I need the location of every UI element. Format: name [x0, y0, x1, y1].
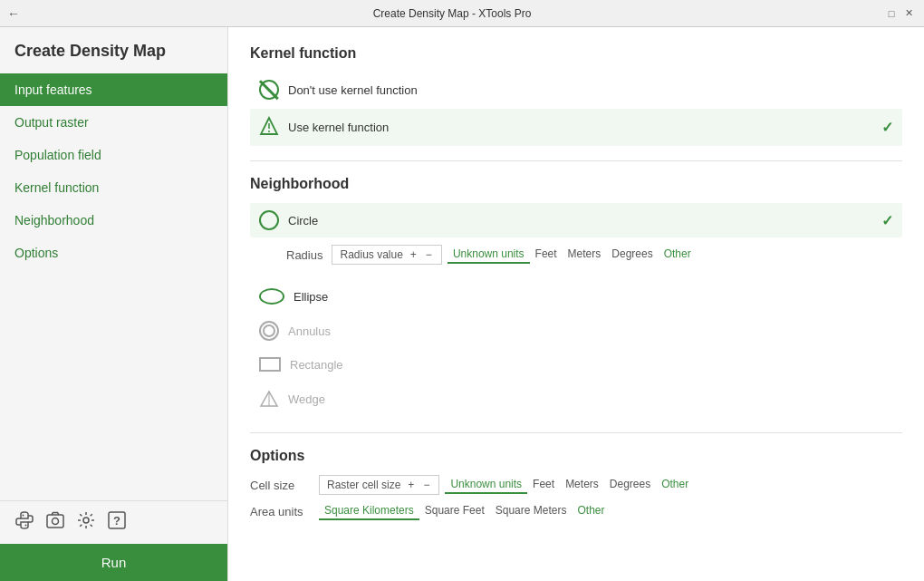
divider-2 — [250, 432, 902, 433]
neighborhood-section-title: Neighborhood — [250, 176, 902, 192]
svg-point-1 — [25, 525, 27, 527]
radius-input-text: Radius value — [340, 248, 402, 261]
titlebar: ← Create Density Map - XTools Pro □ ✕ — [0, 0, 924, 27]
kernel-section-title: Kernel function — [250, 45, 902, 62]
radius-row: Radius Radius value + − Unknown units Fe… — [250, 239, 902, 274]
radius-unit-unknown[interactable]: Unknown units — [448, 246, 530, 264]
cell-size-row: Cell size Raster cell size + − Unknown u… — [250, 475, 902, 495]
cell-size-unit-tabs: Unknown units Feet Meters Degrees Other — [445, 476, 694, 494]
svg-point-9 — [268, 131, 270, 132]
use-kernel-checkmark: ✓ — [881, 119, 893, 136]
no-kernel-label: Don't use kernel function — [288, 83, 418, 97]
sidebar-item-kernel-function[interactable]: Kernel function — [0, 171, 227, 204]
radius-unit-degrees[interactable]: Degrees — [606, 246, 658, 264]
sidebar-bottom: ? — [0, 500, 227, 544]
cell-size-value: Raster cell size — [327, 479, 400, 491]
no-kernel-option[interactable]: Don't use kernel function — [250, 73, 902, 107]
radius-label: Radius — [286, 248, 322, 262]
ellipse-option[interactable]: Ellipse — [250, 281, 902, 312]
cell-size-unit-degrees[interactable]: Degrees — [604, 476, 656, 494]
wedge-label: Wedge — [288, 392, 325, 406]
use-kernel-label: Use kernel function — [288, 121, 389, 134]
circle-label: Circle — [288, 214, 318, 228]
ellipse-label: Ellipse — [294, 290, 328, 304]
sidebar: Create Density Map Input features Output… — [0, 27, 228, 581]
cell-size-minus-btn[interactable]: − — [421, 479, 431, 491]
svg-text:?: ? — [113, 514, 120, 528]
rectangle-icon — [259, 357, 281, 372]
cell-size-input[interactable]: Raster cell size + − — [319, 475, 439, 495]
sidebar-item-options[interactable]: Options — [0, 237, 227, 269]
area-unit-sq-m[interactable]: Square Meters — [490, 502, 573, 520]
annulus-icon — [259, 321, 279, 341]
radius-unit-feet[interactable]: Feet — [530, 246, 563, 264]
radius-unit-tabs: Unknown units Feet Meters Degrees Other — [448, 246, 697, 264]
sidebar-item-output-raster[interactable]: Output raster — [0, 106, 227, 139]
area-unit-sq-ft[interactable]: Square Feet — [419, 502, 490, 520]
annulus-option[interactable]: Annulus — [250, 314, 902, 348]
close-button[interactable]: ✕ — [902, 6, 917, 21]
divider-1 — [250, 160, 902, 161]
kernel-icon — [259, 116, 279, 139]
rectangle-label: Rectangle — [290, 358, 343, 372]
radius-minus-btn[interactable]: − — [424, 248, 434, 261]
back-button[interactable]: ← — [7, 6, 20, 21]
cell-size-plus-btn[interactable]: + — [406, 479, 416, 491]
area-unit-sq-km[interactable]: Square Kilometers — [319, 502, 419, 520]
cell-size-unit-feet[interactable]: Feet — [527, 476, 560, 494]
circle-checkmark: ✓ — [881, 212, 893, 229]
area-units-label: Area units — [250, 505, 313, 518]
radius-plus-btn[interactable]: + — [409, 248, 419, 261]
radius-input-box[interactable]: Radius value + − — [332, 245, 441, 265]
circle-icon — [259, 210, 279, 230]
ellipse-icon — [259, 288, 284, 305]
radius-unit-other[interactable]: Other — [659, 246, 697, 264]
wedge-icon — [259, 388, 279, 411]
options-section-title: Options — [250, 448, 902, 464]
cell-size-unit-meters[interactable]: Meters — [560, 476, 604, 494]
maximize-button[interactable]: □ — [884, 6, 899, 21]
radius-unit-meters[interactable]: Meters — [563, 246, 607, 264]
area-unit-tabs: Square Kilometers Square Feet Square Met… — [319, 502, 610, 520]
svg-point-3 — [53, 518, 59, 525]
area-units-row: Area units Square Kilometers Square Feet… — [250, 502, 902, 520]
svg-point-0 — [23, 515, 24, 517]
run-button[interactable]: Run — [0, 544, 227, 581]
help-icon[interactable]: ? — [107, 510, 127, 535]
sidebar-item-population-field[interactable]: Population field — [0, 139, 227, 171]
sidebar-item-input-features[interactable]: Input features — [0, 73, 227, 106]
content-inner: Kernel function Don't use kernel functio… — [228, 27, 924, 546]
rectangle-option[interactable]: Rectangle — [250, 350, 902, 379]
annulus-label: Annulus — [288, 324, 331, 338]
no-kernel-icon — [259, 80, 279, 100]
screenshot-icon[interactable] — [45, 510, 65, 535]
wedge-option[interactable]: Wedge — [250, 381, 902, 418]
titlebar-left: ← — [7, 6, 20, 21]
circle-option[interactable]: Circle ✓ — [250, 203, 902, 237]
titlebar-controls: □ ✕ — [884, 6, 917, 21]
use-kernel-option[interactable]: Use kernel function ✓ — [250, 109, 902, 146]
sidebar-item-neighborhood[interactable]: Neighborhood — [0, 204, 227, 237]
sidebar-nav: Input features Output raster Population … — [0, 73, 227, 500]
settings-icon[interactable] — [76, 510, 96, 535]
main-layout: Create Density Map Input features Output… — [0, 27, 924, 581]
cell-size-unit-other[interactable]: Other — [656, 476, 694, 494]
cell-size-label: Cell size — [250, 479, 313, 492]
cell-size-unit-unknown[interactable]: Unknown units — [445, 476, 527, 494]
content-area[interactable]: Kernel function Don't use kernel functio… — [228, 27, 924, 581]
svg-rect-2 — [47, 515, 63, 528]
svg-point-4 — [83, 518, 89, 523]
area-unit-other[interactable]: Other — [572, 502, 610, 520]
python-icon[interactable] — [14, 510, 34, 535]
titlebar-title: Create Density Map - XTools Pro — [373, 7, 532, 20]
sidebar-title: Create Density Map — [0, 27, 227, 73]
